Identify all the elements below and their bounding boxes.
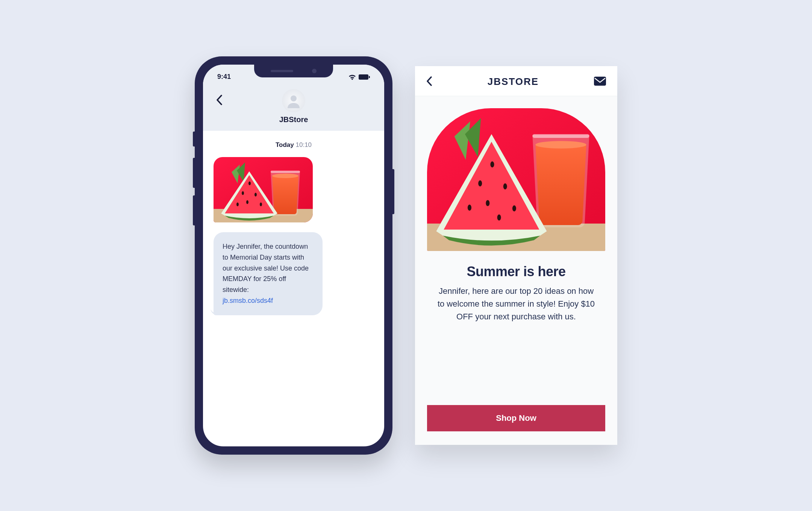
email-body: Summer is here Jennifer, here are our to… xyxy=(415,96,617,445)
brand-logo: JBSTORE xyxy=(488,76,539,88)
svg-point-23 xyxy=(468,205,471,211)
svg-point-24 xyxy=(497,215,501,221)
phone-frame: 9:41 JBStore Today 10:10 xyxy=(195,56,392,455)
email-back-button[interactable] xyxy=(426,76,432,88)
svg-rect-0 xyxy=(359,74,368,80)
svg-point-7 xyxy=(242,191,244,195)
person-icon xyxy=(286,93,301,108)
watermelon-illustration-icon xyxy=(214,157,313,222)
svg-rect-17 xyxy=(532,134,589,138)
svg-point-18 xyxy=(478,180,482,186)
svg-rect-1 xyxy=(369,76,370,78)
watermelon-illustration-icon xyxy=(427,108,605,251)
svg-point-22 xyxy=(512,206,516,212)
svg-point-12 xyxy=(236,203,239,206)
svg-point-11 xyxy=(260,203,262,206)
bubble-tail-icon xyxy=(211,308,218,315)
phone-power-button xyxy=(392,169,394,214)
sms-text: Hey Jennifer, the countdown to Memorial … xyxy=(223,243,309,293)
phone-volume-down xyxy=(193,195,195,225)
contact-avatar[interactable] xyxy=(282,89,305,112)
email-card: JBSTORE xyxy=(415,66,617,445)
email-headline: Summer is here xyxy=(427,264,605,280)
message-thread: Today 10:10 xyxy=(203,131,384,327)
svg-point-8 xyxy=(248,181,251,185)
phone-mute-switch xyxy=(193,132,195,147)
svg-point-19 xyxy=(490,162,494,168)
wifi-icon xyxy=(348,74,356,80)
phone-volume-up xyxy=(193,158,195,188)
battery-icon xyxy=(359,74,370,80)
email-hero-image xyxy=(427,108,605,251)
svg-rect-6 xyxy=(271,171,300,173)
contact-name: JBStore xyxy=(212,115,375,124)
svg-point-9 xyxy=(255,193,257,197)
sms-bubble[interactable]: Hey Jennifer, the countdown to Memorial … xyxy=(214,232,323,315)
sms-link[interactable]: jb.smsb.co/sds4f xyxy=(223,297,273,304)
svg-point-20 xyxy=(503,183,507,189)
chevron-left-icon xyxy=(426,76,432,86)
svg-rect-13 xyxy=(594,77,606,86)
svg-point-2 xyxy=(291,95,297,101)
mail-button[interactable] xyxy=(594,77,606,87)
back-button[interactable] xyxy=(216,95,223,107)
email-subcopy: Jennifer, here are our top 20 ideas on h… xyxy=(427,285,605,323)
svg-point-21 xyxy=(486,200,489,206)
svg-point-16 xyxy=(535,141,586,148)
mms-image[interactable] xyxy=(214,157,313,222)
phone-screen: 9:41 JBStore Today 10:10 xyxy=(203,65,384,446)
svg-point-10 xyxy=(246,200,248,204)
email-header: JBSTORE xyxy=(415,66,617,96)
status-icons-group xyxy=(348,74,370,80)
svg-point-5 xyxy=(272,174,298,178)
mail-icon xyxy=(594,77,606,86)
chevron-left-icon xyxy=(216,95,223,105)
phone-notch xyxy=(254,65,333,77)
status-time: 9:41 xyxy=(217,73,231,81)
shop-now-button[interactable]: Shop Now xyxy=(427,405,605,431)
thread-timestamp: Today 10:10 xyxy=(214,141,374,149)
